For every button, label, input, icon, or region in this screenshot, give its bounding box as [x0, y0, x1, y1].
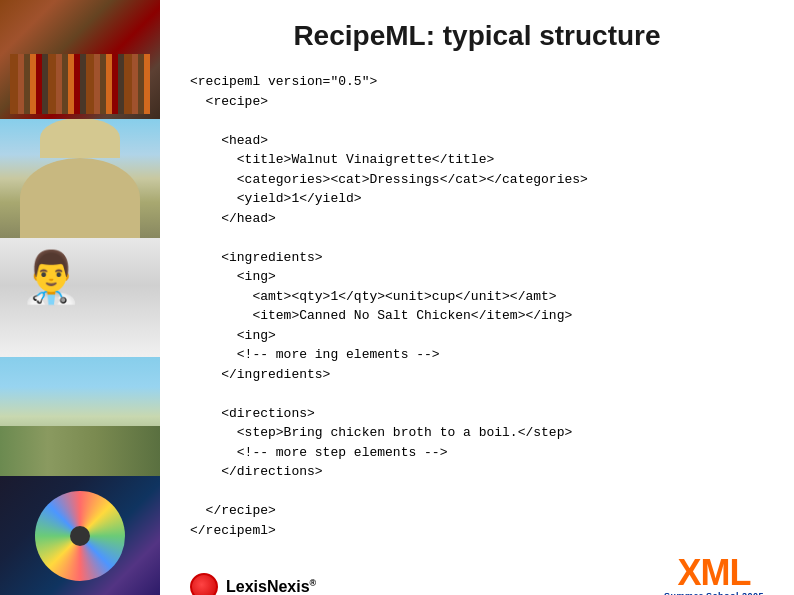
xml-text: XML	[677, 555, 750, 591]
medical-image	[0, 238, 160, 357]
sidebar-images	[0, 0, 160, 595]
xml-logo: XML Summer School 2005	[664, 555, 764, 595]
books-image	[0, 0, 160, 119]
main-content: RecipeML: typical structure <recipeml ve…	[160, 0, 794, 595]
slide-title: RecipeML: typical structure	[190, 20, 764, 52]
slide-container: RecipeML: typical structure <recipeml ve…	[0, 0, 794, 595]
lexisnexis-logo: LexisNexis®	[190, 573, 316, 595]
lexis-wordmark: LexisNexis	[226, 578, 310, 595]
city-image	[0, 357, 160, 476]
registered-mark: ®	[310, 578, 317, 588]
lexis-circle-icon	[190, 573, 218, 595]
lexisnexis-text: LexisNexis®	[226, 578, 316, 595]
footer: LexisNexis® XML Summer School 2005	[190, 550, 764, 595]
code-line-1: <recipeml version="0.5"> <recipe> <head>…	[190, 74, 588, 538]
building-image	[0, 119, 160, 238]
xml-subtitle: Summer School 2005	[664, 591, 764, 595]
cd-image	[0, 476, 160, 595]
code-block: <recipeml version="0.5"> <recipe> <head>…	[190, 72, 764, 540]
